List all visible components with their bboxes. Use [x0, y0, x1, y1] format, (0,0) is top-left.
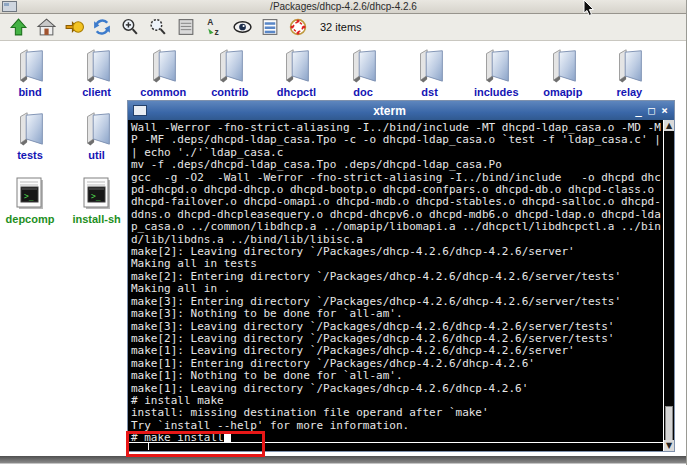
folder-icon	[64, 45, 130, 85]
window-title: /Packages/dhcp-4.2.6/dhcp-4.2.6	[270, 1, 417, 12]
folder-item-includes[interactable]: includes	[463, 45, 529, 98]
folder-item-contrib[interactable]: contrib	[197, 45, 263, 98]
icon-label: util	[64, 149, 130, 161]
terminal-output[interactable]: Wall -Werror -fno-strict-aliasing -I../b…	[128, 120, 663, 443]
scrollbar-thumb[interactable]	[665, 406, 673, 444]
folder-item-omapip[interactable]: omapip	[530, 45, 596, 98]
details-view-icon[interactable]	[258, 16, 282, 38]
terminal-line: make[1]: Leaving directory `/Packages/dh…	[131, 345, 663, 357]
select-all-icon[interactable]	[286, 16, 310, 38]
terminal-line: Making all in tests	[131, 258, 663, 270]
scroll-up-icon[interactable]: ▲	[664, 120, 674, 131]
terminal-line: make[3]: Nothing to be done for `all-am'…	[131, 308, 663, 320]
go-icon[interactable]	[62, 16, 86, 38]
icon-label: contrib	[197, 86, 263, 98]
xterm-title: xterm	[147, 104, 632, 118]
icon-label: includes	[463, 86, 529, 98]
icon-label: depcomp	[0, 213, 63, 225]
terminal-line: p_casa.o ../common/libdhcp.a ../omapip/l…	[131, 221, 663, 233]
maximize-button[interactable]: □	[645, 101, 658, 120]
folder-icon	[263, 45, 329, 85]
xterm-titlebar[interactable]: xterm _ □ ×	[128, 101, 674, 120]
xterm-window: xterm _ □ × Wall -Werror -fno-strict-ali…	[127, 100, 675, 452]
svg-text:>_: >_	[24, 192, 34, 201]
xterm-scrollbar[interactable]: ▲ ▼	[663, 120, 674, 451]
desktop: /Packages/dhcp-4.2.6/dhcp-4.2.6 Az 32 it…	[0, 0, 687, 465]
zoom-out-icon[interactable]	[146, 16, 170, 38]
script-file-icon: >_	[64, 176, 130, 212]
icon-label: common	[130, 86, 196, 98]
icon-label: dhcpctl	[263, 86, 329, 98]
folder-icon	[530, 45, 596, 85]
folder-item-common[interactable]: common	[130, 45, 196, 98]
icon-label: dst	[397, 86, 463, 98]
home-icon[interactable]	[34, 16, 58, 38]
script-file-icon: >_	[0, 176, 63, 212]
scroll-down-icon[interactable]: ▼	[664, 440, 674, 451]
folder-item-client[interactable]: client	[64, 45, 130, 98]
close-button[interactable]: ×	[658, 101, 671, 120]
items-count-label: 32 items	[320, 21, 362, 33]
svg-text:z: z	[215, 27, 219, 37]
folder-item-dhcpctl[interactable]: dhcpctl	[263, 45, 329, 98]
folder-item-relay[interactable]: relay	[596, 45, 662, 98]
folder-item-tests[interactable]: tests	[0, 108, 63, 161]
show-hidden-eye-icon[interactable]	[230, 16, 254, 38]
annotation-highlight-box	[126, 431, 265, 457]
icon-label: bind	[0, 86, 63, 98]
up-icon[interactable]	[6, 16, 30, 38]
icon-label: client	[64, 86, 130, 98]
terminal-line: install: missing destination file operan…	[131, 407, 663, 419]
icon-label: relay	[596, 86, 662, 98]
folder-item-dst[interactable]: dst	[397, 45, 463, 98]
folder-item-util[interactable]: util	[64, 108, 130, 161]
icon-label: doc	[330, 86, 396, 98]
refresh-icon[interactable]	[90, 16, 114, 38]
folder-icon	[330, 45, 396, 85]
folder-icon	[463, 45, 529, 85]
xterm-menu-icon[interactable]	[133, 105, 147, 116]
sort-az-icon[interactable]: Az	[202, 16, 226, 38]
folder-item-doc[interactable]: doc	[330, 45, 396, 98]
terminal-line: make[1]: Nothing to be done for `all-am'…	[131, 370, 663, 382]
minimize-button[interactable]: _	[632, 101, 645, 120]
folder-icon	[397, 45, 463, 85]
icon-label: tests	[0, 149, 63, 161]
terminal-line: mv -f .deps/dhcpd-ldap_casa.Tpo .deps/dh…	[131, 159, 663, 171]
mouse-cursor	[583, 0, 595, 21]
file-item-depcomp[interactable]: >_depcomp	[0, 176, 63, 225]
zoom-in-icon[interactable]	[118, 16, 142, 38]
file-item-install-sh[interactable]: >_install-sh	[64, 176, 130, 225]
folder-icon	[197, 45, 263, 85]
folder-item-clipped[interactable]	[663, 45, 687, 85]
bottom-panel-bar	[0, 456, 687, 464]
folder-icon	[596, 45, 662, 85]
folder-icon	[64, 108, 130, 148]
icon-label: omapip	[530, 86, 596, 98]
svg-text:>_: >_	[91, 192, 101, 201]
window-icon	[2, 1, 17, 12]
list-view-icon[interactable]	[174, 16, 198, 38]
folder-icon	[130, 45, 196, 85]
folder-icon	[0, 108, 63, 148]
icon-label: install-sh	[64, 213, 130, 225]
terminal-line: dhcpd-failover.o dhcpd-omapi.o dhcpd-mdb…	[131, 196, 663, 208]
toolbar-icons: Az	[6, 16, 314, 38]
svg-text:A: A	[207, 17, 213, 27]
folder-item-bind[interactable]: bind	[0, 45, 63, 98]
folder-icon	[663, 45, 687, 85]
folder-icon	[0, 45, 63, 85]
terminal-line: P -MF .deps/dhcpd-ldap_casa.Tpo -c -o dh…	[131, 134, 663, 146]
terminal-line: Making all in .	[131, 283, 663, 295]
